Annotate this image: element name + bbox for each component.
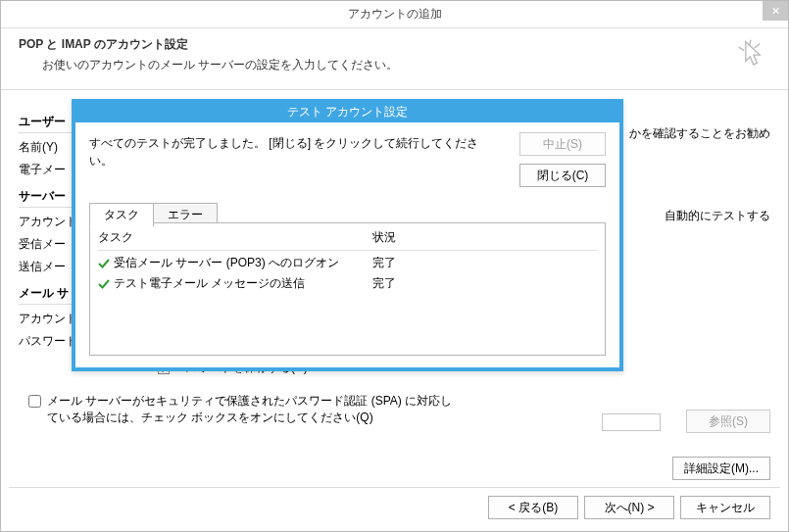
password-label: パスワード <box>19 333 66 350</box>
checkmark-icon <box>98 258 110 269</box>
dialog-title: テスト アカウント設定 <box>72 99 623 122</box>
add-account-window: アカウントの追加 ✕ POP と IMAP のアカウント設定 お使いのアカウント… <box>0 0 789 532</box>
task-status: 完了 <box>372 255 396 271</box>
checkmark-icon <box>98 278 110 290</box>
header-status: 状況 <box>372 229 396 246</box>
autotest-text: 自動的にテストする <box>665 208 770 224</box>
footer-separator <box>9 487 780 488</box>
back-button[interactable]: < 戻る(B) <box>488 496 578 519</box>
task-name: テスト電子メール メッセージの送信 <box>114 275 305 292</box>
account2-label: アカウント <box>19 311 66 327</box>
account-type-label: アカウント <box>19 214 66 230</box>
name-label: 名前(Y) <box>19 139 66 156</box>
svg-line-1 <box>749 40 751 45</box>
tab-tasks[interactable]: タスク <box>89 203 154 227</box>
outgoing-label: 送信メー <box>19 259 66 275</box>
dialog-body: すべてのテストが完了しました。 [閉じる] をクリックして続行してください。 中… <box>75 122 619 367</box>
spa-label: メール サーバーがセキュリティで保護されたパスワード認証 (SPA) に対応し … <box>47 393 452 426</box>
task-status: 完了 <box>372 275 396 292</box>
titlebar: アカウントの追加 ✕ <box>1 1 788 28</box>
spa-checkbox[interactable] <box>28 395 41 408</box>
tasks-panel: タスク 状況 受信メール サーバー (POP3) へのログオン 完了 <box>89 222 606 356</box>
close-button[interactable]: 閉じる(C) <box>519 164 606 187</box>
browse-button: 参照(S) <box>686 410 770 433</box>
email-label: 電子メー <box>19 162 66 178</box>
next-button[interactable]: 次へ(N) > <box>584 496 674 519</box>
header-band: POP と IMAP のアカウント設定 お使いのアカウントのメール サーバーの設… <box>1 28 788 90</box>
svg-line-2 <box>755 43 760 47</box>
table-header: タスク 状況 <box>98 229 597 251</box>
window-title: アカウントの追加 <box>348 6 442 23</box>
advice-text: かを確認することをお勧め <box>629 125 770 142</box>
close-icon[interactable]: ✕ <box>763 1 788 21</box>
test-account-settings-dialog: テスト アカウント設定 すべてのテストが完了しました。 [閉じる] をクリックし… <box>72 99 623 371</box>
path-input-fragment[interactable] <box>602 413 661 431</box>
cancel-button[interactable]: キャンセル <box>680 496 770 519</box>
table-row: 受信メール サーバー (POP3) へのログオン 完了 <box>98 251 597 271</box>
header-task: タスク <box>98 229 372 246</box>
stop-button: 中止(S) <box>519 132 606 156</box>
header-title: POP と IMAP のアカウント設定 <box>19 36 770 53</box>
task-name: 受信メール サーバー (POP3) へのログオン <box>114 255 339 271</box>
header-sub: お使いのアカウントのメール サーバーの設定を入力してください。 <box>19 53 770 73</box>
table-row: テスト電子メール メッセージの送信 完了 <box>98 271 597 292</box>
spa-label-line2: ている場合には、チェック ボックスをオンにしてください(Q) <box>47 410 452 426</box>
footer-buttons: < 戻る(B) 次へ(N) > キャンセル <box>488 496 770 519</box>
spa-label-line1: メール サーバーがセキュリティで保護されたパスワード認証 (SPA) に対応し <box>47 393 452 410</box>
detail-settings-button[interactable]: 詳細設定(M)... <box>672 457 770 480</box>
svg-line-0 <box>739 47 744 51</box>
cursor-icon <box>735 38 770 77</box>
incoming-label: 受信メー <box>19 236 66 253</box>
